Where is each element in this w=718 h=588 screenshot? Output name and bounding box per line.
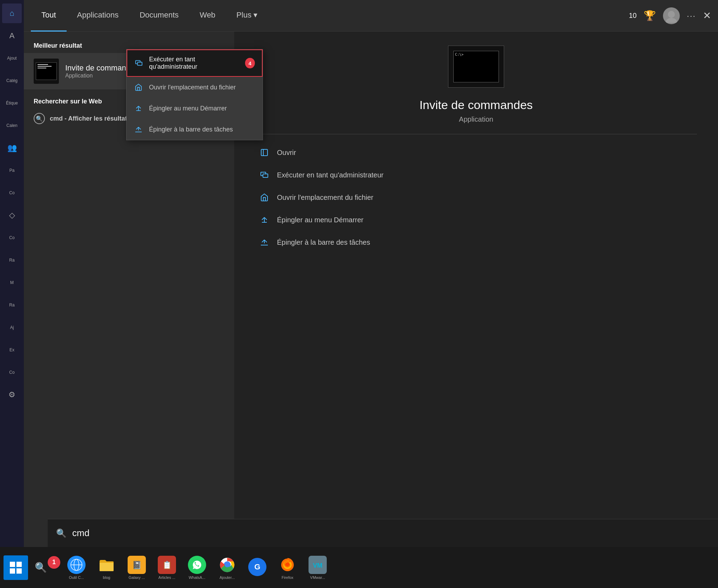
web-search-icon: 🔍 [34,113,45,124]
sidebar-item-contact[interactable]: Co [2,183,22,203]
terminal-preview: C:\> [455,53,497,56]
app-preview-box: C:\> [448,46,504,88]
badge-count: 10 [629,12,637,20]
search-bar: 🔍 2 [48,519,718,547]
taskbar-app-vmware[interactable]: VM VMwar... [304,554,332,582]
taskbar-app-blog[interactable]: blog [93,554,121,582]
tab-plus[interactable]: Plus ▾ [226,0,268,32]
svg-line-6 [262,217,264,220]
step4-badge: 4 [245,58,255,68]
svg-line-11 [264,240,267,242]
sidebar-item-add[interactable]: Ajout [2,48,22,68]
svg-rect-25 [10,568,15,574]
vmware-label: VMwar... [310,575,325,580]
open-location-icon2 [259,192,270,203]
tab-tout[interactable]: Tout [31,0,67,32]
sidebar-item-calendar[interactable]: Calen [2,116,22,135]
search-input[interactable] [72,528,712,539]
taskbar-app-galaxy[interactable]: 📓 Galaxy ... [123,554,151,582]
taskbar-app-chrome[interactable]: Ajouter... [213,554,241,582]
more-options-button[interactable]: ··· [687,11,696,21]
pin-taskbar-icon [134,124,143,134]
svg-rect-23 [10,562,15,567]
sidebar-item-gear[interactable]: ⚙ [2,385,22,405]
right-app-type: Application [459,115,493,123]
right-action-open-label: Ouvrir [277,149,296,157]
svg-rect-24 [16,562,22,567]
taskbar-search-area: 🔍 1 [30,556,60,579]
whatsapp-label: WhatsA... [189,575,205,580]
sidebar-item-users[interactable]: A [2,26,22,46]
right-action-pin-start-label: Épingler au menu Démarrer [277,216,364,224]
svg-rect-4 [263,174,268,177]
context-run-admin[interactable]: Exécuter en tant qu'administrateur 4 [127,49,263,77]
context-pin-start-label: Épingler au menu Démarrer [149,105,227,112]
user-avatar[interactable] [663,7,680,24]
sidebar-item-people[interactable]: 👥 [2,138,22,158]
sidebar-item-page[interactable]: Pa [2,161,22,180]
taskbar-app-g[interactable]: G [243,554,271,582]
context-pin-taskbar[interactable]: Épingler à la barre des tâches [127,119,263,140]
taskbar: 🔍 1 Outil C... blog 📓 Galaxy ... 📋 Artic… [0,547,718,588]
right-action-pin-taskbar[interactable]: Épingler à la barre des tâches [255,231,697,254]
galaxy-icon: 📓 [128,556,146,574]
blog-label: blog [103,575,110,580]
context-run-admin-label: Exécuter en tant qu'administrateur [149,56,239,70]
right-action-pin-taskbar-label: Épingler à la barre des tâches [277,238,370,246]
sidebar-item-label[interactable]: Étique [2,93,22,113]
tab-documents[interactable]: Documents [129,0,189,32]
tab-applications[interactable]: Applications [67,0,129,32]
open-icon [259,147,270,158]
sidebar-item-category[interactable]: Catég [2,71,22,90]
sidebar-item-mail[interactable]: Co [2,228,22,248]
sidebar-item-shield[interactable]: Ra [2,295,22,315]
close-button[interactable]: ✕ [703,10,711,21]
trophy-icon: 🏆 [644,10,656,21]
articles-icon: 📋 [158,556,176,574]
right-action-open[interactable]: Ouvrir [255,141,697,164]
blog-icon [97,556,116,574]
search-bar-icon: 🔍 [56,528,67,538]
pin-taskbar-icon2 [259,237,270,248]
sidebar-item-export[interactable]: Ex [2,340,22,360]
firefox-icon [278,556,297,574]
pin-start-icon2 [259,214,270,225]
context-pin-start[interactable]: Épingler au menu Démarrer [127,98,263,119]
taskbar-app-articles[interactable]: 📋 Articles ... [153,554,181,582]
firefox-label: Firefox [282,575,293,580]
web-search-query: cmd [50,115,63,122]
right-action-admin[interactable]: Exécuter en tant qu'administrateur [255,164,697,186]
sidebar-item-layers[interactable]: Ra [2,250,22,270]
svg-line-17 [138,106,141,108]
whatsapp-icon [188,556,206,574]
tab-bar-right: 10 🏆 ··· ✕ [629,7,711,24]
svg-point-1 [666,18,677,23]
taskbar-app-firefox[interactable]: Firefox [273,554,302,582]
svg-line-7 [264,217,267,220]
sidebar-item-home[interactable]: ⌂ [2,4,22,23]
outil-label: Outil C... [69,575,84,580]
tab-web[interactable]: Web [189,0,226,32]
svg-text:📋: 📋 [162,560,172,570]
svg-text:G: G [254,562,260,571]
svg-rect-14 [138,62,142,65]
taskbar-app-outil[interactable]: Outil C... [62,554,90,582]
svg-rect-2 [261,149,267,156]
tab-bar: Tout Applications Documents Web Plus ▾ 1… [24,0,718,32]
sidebar-item-star[interactable]: Aj [2,318,22,337]
galaxy-label: Galaxy ... [129,575,145,580]
sidebar-item-diamond[interactable]: ◇ [2,205,22,225]
run-admin-icon2 [259,169,270,181]
svg-line-16 [136,106,138,108]
right-action-admin-label: Exécuter en tant qu'administrateur [277,171,384,179]
start-button[interactable] [4,555,28,580]
sidebar-item-person2[interactable]: Co [2,363,22,382]
right-action-location[interactable]: Ouvrir l'emplacement du fichier [255,186,697,209]
taskbar-app-whatsapp[interactable]: WhatsA... [183,554,211,582]
context-open-location[interactable]: Ouvrir l'emplacement du fichier [127,77,263,98]
articles-label: Articles ... [158,575,175,580]
sidebar-item-refresh[interactable]: M [2,273,22,292]
context-open-location-label: Ouvrir l'emplacement du fichier [149,84,236,91]
step1-badge: 1 [48,556,60,569]
right-action-pin-start[interactable]: Épingler au menu Démarrer [255,209,697,231]
